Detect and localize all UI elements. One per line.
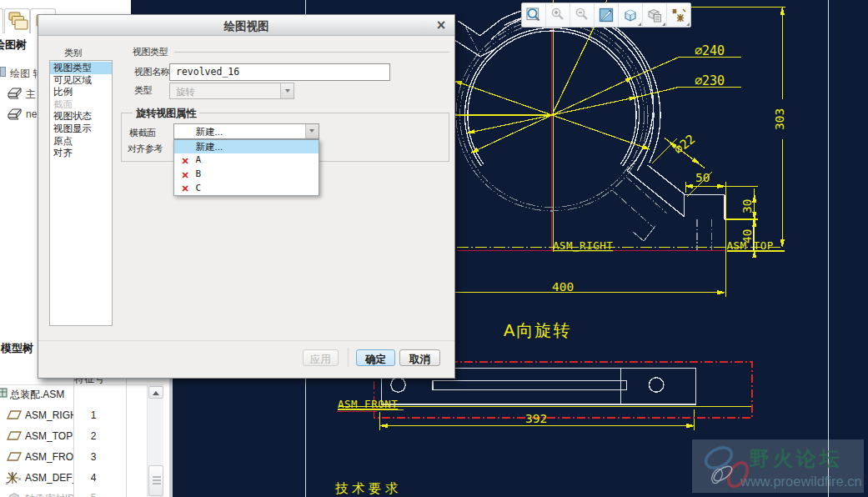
grip-icon — [153, 483, 161, 484]
folder-stack-icon — [7, 11, 28, 31]
scroll-thumb[interactable] — [148, 465, 163, 496]
model-tree-row-assembly[interactable]: 总装配.ASM — [10, 388, 64, 402]
svg-text:y: y — [11, 471, 13, 476]
tree-item-sheet-main[interactable]: 主 — [26, 88, 36, 102]
drawing-tree-title: 绘图树 — [0, 38, 27, 53]
ok-button[interactable]: 确定 — [356, 349, 395, 366]
model-tree-row-front[interactable]: ASM_FRONT — [25, 451, 73, 463]
category-scale[interactable]: 比例 — [50, 86, 112, 98]
sheet-icon — [7, 106, 23, 122]
feature-number: 1 — [85, 409, 102, 421]
repaint-icon — [597, 6, 615, 24]
cross-section-dropdown-list: 新建... ✕ A ✕ B ✕ C — [173, 139, 319, 196]
category-origin[interactable]: 原点 — [50, 135, 112, 148]
red-x-icon: ✕ — [182, 168, 189, 183]
repaint-button[interactable] — [595, 3, 619, 27]
model-tree-row-part[interactable]: 轴承密封ID P — [25, 492, 73, 497]
category-label: 类别 — [64, 47, 82, 59]
dropdown-button[interactable] — [305, 124, 319, 138]
cancel-button[interactable]: 取消 — [399, 349, 440, 366]
section-rule — [174, 52, 449, 53]
part-icon — [7, 491, 22, 497]
datum-plane-icon — [7, 409, 22, 421]
svg-text:z: z — [6, 480, 8, 485]
button-separator-line — [38, 340, 454, 341]
dropdown-corner-icon — [686, 23, 690, 26]
zoom-in-button[interactable] — [546, 3, 570, 27]
application-window: { "left_panel": { "drawing_tree_title": … — [0, 0, 868, 497]
navigator-tab-hidden[interactable] — [0, 8, 3, 33]
zoom-window-button[interactable] — [522, 3, 546, 27]
cross-section-label: 横截面 — [129, 127, 156, 139]
navigator-tab-folders[interactable] — [4, 8, 30, 33]
shaded-view-button[interactable] — [619, 3, 643, 27]
column-divider[interactable] — [126, 374, 127, 497]
svg-text:x: x — [18, 476, 21, 481]
tree-item-sheet-new[interactable]: ne — [26, 108, 37, 120]
model-tree-scrollbar[interactable] — [147, 385, 163, 497]
view-name-label: 视图名称 — [134, 66, 169, 78]
watermark-site-url: www.proewildfire.cn — [740, 474, 862, 489]
model-tree-header-line — [0, 384, 163, 385]
close-icon[interactable]: × — [434, 18, 448, 32]
model-tree-row-csys[interactable]: ASM_DEF_ — [25, 472, 73, 484]
red-x-icon: ✕ — [182, 182, 189, 196]
column-divider[interactable] — [73, 374, 74, 497]
type-label: 类型 — [134, 84, 152, 97]
view-name-input[interactable]: revolved_16 — [169, 63, 390, 81]
watermark-site-name: 野火论坛 — [750, 445, 843, 472]
category-alignment[interactable]: 对齐 — [50, 147, 112, 159]
model-tree-title: 模型树 — [1, 341, 33, 356]
align-ref-label: 对齐参考 — [128, 143, 163, 155]
grip-icon — [153, 476, 161, 478]
datum-display-button[interactable] — [667, 3, 690, 27]
datum-plane-icon — [7, 451, 22, 463]
feature-number: 3 — [85, 451, 102, 463]
dropdown-corner-icon — [662, 23, 665, 26]
category-view-type[interactable]: 视图类型 — [50, 62, 112, 74]
section-title: 视图类型 — [133, 46, 168, 58]
dropdown-item-new[interactable]: 新建... — [174, 140, 319, 154]
sheet-icon — [7, 85, 23, 101]
model-tree-row-right[interactable]: ASM_RIGHT — [25, 409, 73, 421]
up-arrow-icon — [153, 391, 159, 395]
type-value: 旋转 — [176, 86, 195, 98]
datum-display-icon — [670, 6, 688, 24]
cross-section-combo[interactable]: 新建... — [173, 123, 319, 139]
red-x-icon: ✕ — [182, 154, 189, 168]
dialog-titlebar[interactable]: 绘图视图 × — [38, 14, 454, 36]
dropdown-item-b[interactable]: ✕ B — [174, 168, 319, 182]
zoom-out-button[interactable] — [570, 3, 595, 27]
saved-views-button[interactable] — [643, 3, 667, 27]
feature-number: 5 — [85, 492, 102, 497]
group-title: 旋转视图属性 — [133, 107, 199, 121]
category-view-state[interactable]: 视图状态 — [50, 110, 112, 123]
datum-plane-icon — [7, 430, 22, 442]
apply-button[interactable]: 应用 — [303, 349, 339, 366]
saved-views-icon — [645, 6, 664, 24]
dropdown-item-a[interactable]: ✕ A — [174, 153, 319, 168]
dropdown-item-c[interactable]: ✕ C — [174, 182, 319, 196]
coordinate-system-icon: y z x — [5, 470, 23, 487]
type-dropdown[interactable]: 旋转 — [169, 83, 294, 99]
scroll-up-button[interactable] — [148, 386, 163, 399]
dropdown-corner-icon — [638, 23, 641, 26]
chevron-down-icon — [285, 89, 290, 93]
watermark: 野火论坛 www.proewildfire.cn — [692, 439, 864, 493]
zoom-out-icon — [573, 6, 591, 24]
zoom-window-icon — [524, 6, 543, 24]
model-tree-row-top[interactable]: ASM_TOP — [25, 430, 73, 442]
drawing-node-icon — [0, 67, 6, 77]
shaded-view-icon — [621, 6, 640, 24]
category-view-display[interactable]: 视图显示 — [50, 123, 112, 135]
grip-icon — [153, 479, 161, 481]
category-visible-area[interactable]: 可见区域 — [50, 74, 112, 87]
category-section[interactable]: 截面 — [50, 98, 112, 111]
panel-divider[interactable] — [169, 378, 173, 497]
feature-number: 4 — [85, 472, 102, 484]
dropdown-button[interactable] — [280, 83, 294, 98]
zoom-in-icon — [549, 6, 567, 24]
view-toolbar — [521, 3, 691, 28]
category-list[interactable]: 视图类型 可见区域 比例 截面 视图状态 视图显示 原点 对齐 — [49, 60, 113, 326]
feature-number: 2 — [85, 430, 102, 442]
